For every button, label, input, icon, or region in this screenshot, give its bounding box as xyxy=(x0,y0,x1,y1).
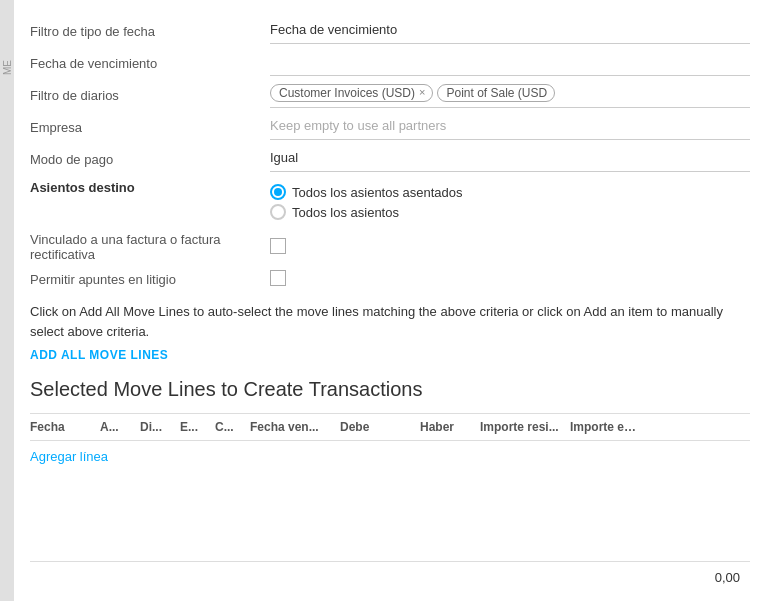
col-header-debe: Debe xyxy=(340,420,420,434)
row-apuntes-litigio: Permitir apuntes en litigio xyxy=(30,264,750,294)
info-text: Click on Add All Move Lines to auto-sele… xyxy=(30,302,750,341)
sidebar-label: ME xyxy=(2,60,13,75)
row-asientos-destino: Asientos destino Todos los asientos asen… xyxy=(30,176,750,224)
table-footer: 0,00 xyxy=(30,561,750,593)
row-empresa: Empresa xyxy=(30,112,750,142)
tag-point-of-sale[interactable]: Point of Sale (USD xyxy=(437,84,555,102)
label-filtro-tipo-fecha: Filtro de tipo de fecha xyxy=(30,24,270,39)
table-body: Agregar línea xyxy=(30,441,750,501)
label-asientos-destino: Asientos destino xyxy=(30,180,270,195)
value-empresa[interactable] xyxy=(270,114,750,140)
row-modo-pago: Modo de pago Igual xyxy=(30,144,750,174)
tag-customer-invoices-label: Customer Invoices (USD) xyxy=(279,86,415,100)
move-lines-table: Fecha A... Di... E... C... Fecha ven... … xyxy=(30,413,750,593)
fecha-vencimiento-input[interactable] xyxy=(270,54,750,69)
radio-dot-todos[interactable] xyxy=(270,204,286,220)
label-filtro-diarios: Filtro de diarios xyxy=(30,88,270,103)
tag-customer-invoices[interactable]: Customer Invoices (USD) × xyxy=(270,84,433,102)
radio-group-asientos: Todos los asientos asentados Todos los a… xyxy=(270,180,750,224)
label-fecha-vencimiento: Fecha de vencimiento xyxy=(30,56,270,71)
col-header-c: C... xyxy=(215,420,250,434)
row-filtro-diarios: Filtro de diarios Customer Invoices (USD… xyxy=(30,80,750,110)
radio-label-todos: Todos los asientos xyxy=(292,205,399,220)
row-fecha-vencimiento: Fecha de vencimiento xyxy=(30,48,750,78)
section-title: Selected Move Lines to Create Transactio… xyxy=(30,378,750,401)
radio-label-asentados: Todos los asientos asentados xyxy=(292,185,463,200)
col-header-importeen: Importe en ... xyxy=(570,420,640,434)
col-header-importeresi: Importe resi... xyxy=(480,420,570,434)
col-header-haber: Haber xyxy=(420,420,480,434)
empresa-input[interactable] xyxy=(270,118,750,133)
footer-total-value: 0,00 xyxy=(715,570,750,585)
label-apuntes-litigio: Permitir apuntes en litigio xyxy=(30,272,270,287)
col-header-a: A... xyxy=(100,420,140,434)
radio-dot-asentados[interactable] xyxy=(270,184,286,200)
checkbox-vinculado-factura[interactable] xyxy=(270,238,286,254)
tags-filtro-diarios[interactable]: Customer Invoices (USD) × Point of Sale … xyxy=(270,82,750,108)
value-apuntes-litigio xyxy=(270,266,750,292)
col-header-e: E... xyxy=(180,420,215,434)
table-header: Fecha A... Di... E... C... Fecha ven... … xyxy=(30,414,750,441)
col-header-fecha: Fecha xyxy=(30,420,100,434)
col-header-fechaven: Fecha ven... xyxy=(250,420,340,434)
label-modo-pago: Modo de pago xyxy=(30,152,270,167)
checkbox-apuntes-litigio[interactable] xyxy=(270,270,286,286)
label-vinculado-factura: Vinculado a una factura o factura rectif… xyxy=(30,232,270,262)
add-all-move-lines-button[interactable]: ADD ALL MOVE LINES xyxy=(30,348,168,362)
value-modo-pago: Igual xyxy=(270,146,750,172)
radio-option-asentados[interactable]: Todos los asientos asentados xyxy=(270,184,750,200)
tag-point-of-sale-label: Point of Sale (USD xyxy=(446,86,547,100)
label-empresa: Empresa xyxy=(30,120,270,135)
value-fecha-vencimiento[interactable] xyxy=(270,50,750,76)
value-filtro-tipo-fecha: Fecha de vencimiento xyxy=(270,18,750,44)
radio-option-todos[interactable]: Todos los asientos xyxy=(270,204,750,220)
tag-customer-invoices-remove[interactable]: × xyxy=(419,87,425,98)
row-filtro-tipo-fecha: Filtro de tipo de fecha Fecha de vencimi… xyxy=(30,16,750,46)
value-vinculado-factura xyxy=(270,234,750,260)
col-header-di: Di... xyxy=(140,420,180,434)
agregar-linea-button[interactable]: Agregar línea xyxy=(30,441,108,468)
row-vinculado-factura: Vinculado a una factura o factura rectif… xyxy=(30,232,750,262)
